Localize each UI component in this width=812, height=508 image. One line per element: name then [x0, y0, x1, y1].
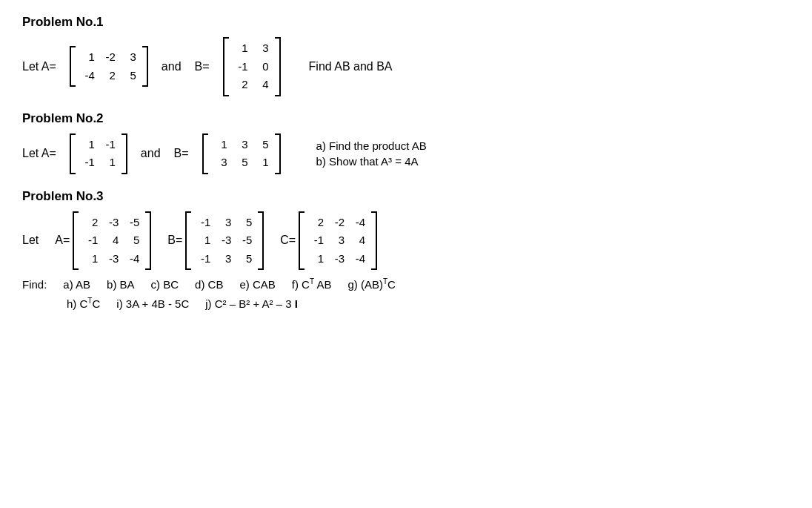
bracket-left-icon: [299, 211, 304, 271]
find-item-ab-tc: g) (AB)TC: [347, 277, 395, 291]
problem2-instructions: a) Find the product AB b) Show that A³ =…: [316, 139, 427, 168]
cell: -4: [352, 251, 365, 268]
problem3-title: Problem No.3: [22, 189, 790, 204]
cell: -5: [239, 232, 252, 249]
problem3-b-wrap: B= -1 3 5 1 -3 -5 -1 3 5: [167, 211, 264, 271]
bracket-left-icon: [73, 211, 79, 271]
problem1-instruction: Find AB and BA: [309, 60, 393, 73]
cell: 4: [352, 232, 365, 249]
problem1-row: Let A= 1 -2 3 -4 2 5 and B= 1 3 -1 0: [22, 37, 790, 96]
cell: 1: [102, 154, 116, 171]
problem3-section: Problem No.3 Let A= 2 -3 -5 -1 4 5 1 -3 …: [22, 189, 790, 311]
problem2-row: Let A= 1 -1 -1 1 and B= 1 3 5 3 5 1: [22, 133, 790, 174]
cell: 5: [239, 251, 252, 268]
cell: 5: [123, 67, 136, 85]
bracket-right-icon: [142, 46, 148, 87]
cell: -3: [218, 232, 231, 249]
bracket-left-icon: [202, 133, 208, 174]
find-item-bc: c) BC: [151, 278, 179, 291]
superscript-T: T: [383, 277, 387, 286]
find-item-cab: e) CAB: [239, 278, 275, 291]
cell: 1: [197, 232, 210, 249]
problem3-matrix-a: 2 -3 -5 -1 4 5 1 -3 -4: [73, 211, 151, 271]
cell: 2: [310, 214, 324, 231]
problem1-matrix-a: 1 -2 3 -4 2 5: [70, 46, 148, 87]
bracket-right-icon: [122, 133, 127, 174]
find-item-c2b2a2: j) C² – B² + A² – 3 I: [205, 297, 298, 310]
matrix-b-body: 1 3 -1 0 2 4: [232, 37, 272, 96]
problem1-section: Problem No.1 Let A= 1 -2 3 -4 2 5 and B=…: [22, 15, 790, 96]
matrix-a-body: 1 -2 3 -4 2 5: [79, 46, 139, 87]
cell: 1: [310, 251, 324, 268]
problem3-b-label: B=: [167, 234, 182, 247]
cell: 5: [256, 136, 269, 154]
cell: -5: [126, 214, 139, 231]
cell: 1: [235, 40, 248, 57]
problem3-find-line: Find: a) AB b) BA c) BC d) CB e) CAB f) …: [22, 277, 790, 291]
problem2-section: Problem No.2 Let A= 1 -1 -1 1 and B= 1 3…: [22, 111, 790, 174]
problem2-matrix-b: 1 3 5 3 5 1: [202, 133, 281, 174]
find-item-ba: b) BA: [107, 278, 135, 291]
problem2-title: Problem No.2: [22, 111, 790, 126]
cell: 2: [84, 214, 98, 231]
problem3-a-label: A=: [55, 234, 70, 247]
cell: -1: [235, 59, 248, 76]
bracket-right-icon: [275, 37, 281, 96]
cell: 5: [239, 214, 252, 231]
problem3-matrix-c: 2 -2 -4 -1 3 4 1 -3 -4: [299, 211, 377, 271]
cell: 2: [235, 76, 248, 93]
bracket-left-icon: [70, 46, 76, 87]
cell: -1: [310, 232, 324, 249]
matrix-a-body: 1 -1 -1 1: [79, 133, 119, 174]
cell: 3: [256, 40, 269, 57]
cell: 5: [235, 154, 248, 171]
cell: 4: [105, 232, 119, 249]
cell: 3: [331, 232, 345, 249]
cell: -1: [84, 232, 98, 249]
cell: 3: [123, 49, 136, 66]
bracket-right-icon: [371, 211, 377, 271]
problem3-c-label: C=: [280, 234, 296, 247]
cell: 1: [81, 136, 95, 154]
cell: -1: [197, 251, 210, 268]
bracket-left-icon: [70, 133, 76, 174]
cell: 5: [126, 232, 139, 249]
identity-I: I: [295, 297, 298, 310]
find-label: Find:: [22, 278, 47, 291]
matrix-a-body: 2 -3 -5 -1 4 5 1 -3 -4: [81, 211, 142, 271]
problem1-title: Problem No.1: [22, 15, 790, 30]
cell: 1: [256, 154, 269, 171]
problem2-b-label: B=: [174, 147, 189, 160]
cell: 1: [84, 251, 98, 268]
cell: 3: [235, 136, 248, 154]
find-item-cb: d) CB: [195, 278, 223, 291]
cell: 4: [256, 76, 269, 93]
problem3-find-line2: h) CTC i) 3A + 4B - 5C j) C² – B² + A² –…: [22, 297, 790, 310]
cell: -1: [102, 136, 116, 154]
matrix-b-body: -1 3 5 1 -3 -5 -1 3 5: [194, 211, 255, 271]
cell: 3: [218, 251, 231, 268]
find-item-ct-ab: f) CT AB: [292, 277, 332, 291]
problem1-matrix-b: 1 3 -1 0 2 4: [223, 37, 281, 96]
problem2-let-a-label: Let A=: [22, 147, 56, 160]
cell: -3: [331, 251, 345, 268]
cell: -4: [126, 251, 139, 268]
problem1-b-label: B=: [195, 60, 210, 73]
cell: 3: [218, 214, 231, 231]
find-item-ctc: h) CTC: [67, 297, 100, 310]
superscript-T: T: [87, 297, 92, 305]
superscript-T: T: [310, 277, 314, 286]
cell: -1: [197, 214, 210, 231]
bracket-right-icon: [275, 133, 281, 174]
problem3-c-wrap: C= 2 -2 -4 -1 3 4 1 -3 -4: [280, 211, 377, 271]
find-item-ab: a) AB: [63, 278, 90, 291]
matrix-c-body: 2 -2 -4 -1 3 4 1 -3 -4: [307, 211, 368, 271]
problem3-matrix-b: -1 3 5 1 -3 -5 -1 3 5: [185, 211, 264, 271]
problem2-instruction-b: b) Show that A³ = 4A: [316, 155, 427, 168]
problem2-and: and: [141, 147, 161, 160]
problem3-a-wrap: A= 2 -3 -5 -1 4 5 1 -3 -4: [55, 211, 151, 271]
matrix-b-body: 1 3 5 3 5 1: [211, 133, 272, 174]
cell: -4: [352, 214, 365, 231]
cell: 1: [81, 49, 95, 66]
find-item-3a4b5c: i) 3A + 4B - 5C: [116, 297, 189, 310]
